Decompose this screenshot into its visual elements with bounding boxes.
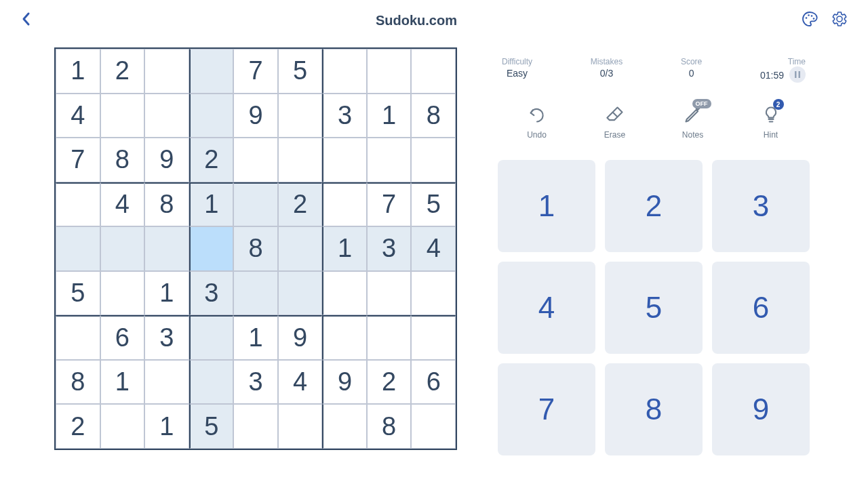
cell-r7-c2[interactable] [144, 360, 189, 405]
cell-r8-c5[interactable] [278, 404, 323, 449]
cell-r7-c4[interactable]: 3 [233, 360, 278, 405]
back-button[interactable] [20, 11, 31, 30]
cell-r6-c0[interactable] [56, 315, 100, 360]
score-value: 0 [681, 68, 702, 79]
undo-button[interactable]: Undo [507, 103, 568, 140]
cell-r6-c1[interactable]: 6 [100, 315, 145, 360]
cell-r1-c5[interactable] [278, 94, 323, 138]
cell-r6-c6[interactable] [322, 315, 367, 360]
cell-r1-c1[interactable] [100, 94, 145, 138]
cell-r2-c1[interactable]: 8 [100, 138, 145, 182]
numpad-9[interactable]: 9 [712, 363, 810, 455]
cell-r2-c3[interactable]: 2 [189, 138, 234, 182]
cell-r5-c4[interactable] [233, 271, 278, 316]
cell-r3-c8[interactable]: 5 [411, 182, 456, 227]
cell-r1-c7[interactable]: 1 [367, 94, 412, 138]
cell-r8-c6[interactable] [322, 404, 367, 449]
cell-r6-c2[interactable]: 3 [144, 315, 189, 360]
cell-r5-c7[interactable] [367, 271, 412, 316]
numpad-8[interactable]: 8 [605, 363, 703, 455]
cell-r4-c5[interactable] [278, 226, 323, 271]
cell-r5-c2[interactable]: 1 [144, 271, 189, 316]
cell-r1-c8[interactable]: 8 [411, 94, 456, 138]
cell-r5-c3[interactable]: 3 [189, 271, 234, 316]
cell-r8-c8[interactable] [411, 404, 456, 449]
cell-r6-c4[interactable]: 1 [233, 315, 278, 360]
cell-r3-c1[interactable]: 4 [100, 182, 145, 227]
cell-r0-c5[interactable]: 5 [278, 49, 323, 94]
cell-r6-c7[interactable] [367, 315, 412, 360]
pause-button[interactable] [789, 66, 806, 83]
cell-r7-c6[interactable]: 9 [322, 360, 367, 405]
cell-r8-c7[interactable]: 8 [367, 404, 412, 449]
cell-r7-c8[interactable]: 6 [411, 360, 456, 405]
cell-r4-c3[interactable] [189, 226, 234, 271]
cell-r1-c2[interactable] [144, 94, 189, 138]
cell-r2-c4[interactable] [233, 138, 278, 182]
numpad-7[interactable]: 7 [498, 363, 595, 455]
cell-r0-c7[interactable] [367, 49, 412, 94]
cell-r0-c3[interactable] [189, 49, 234, 94]
numpad-1[interactable]: 1 [498, 160, 595, 252]
cell-r3-c3[interactable]: 1 [189, 182, 234, 227]
cell-r3-c6[interactable] [322, 182, 367, 227]
cell-r2-c0[interactable]: 7 [56, 138, 100, 182]
cell-r5-c8[interactable] [411, 271, 456, 316]
erase-button[interactable]: Erase [585, 103, 646, 140]
numpad-6[interactable]: 6 [712, 262, 810, 354]
cell-r5-c6[interactable] [322, 271, 367, 316]
cell-r4-c2[interactable] [144, 226, 189, 271]
cell-r3-c2[interactable]: 8 [144, 182, 189, 227]
cell-r0-c1[interactable]: 2 [100, 49, 145, 94]
theme-button[interactable] [802, 11, 818, 30]
cell-r1-c0[interactable]: 4 [56, 94, 100, 138]
cell-r2-c6[interactable] [322, 138, 367, 182]
cell-r8-c3[interactable]: 5 [189, 404, 234, 449]
cell-r4-c4[interactable]: 8 [233, 226, 278, 271]
cell-r7-c1[interactable]: 1 [100, 360, 145, 405]
cell-r1-c6[interactable]: 3 [322, 94, 367, 138]
cell-r2-c7[interactable] [367, 138, 412, 182]
svg-point-1 [808, 14, 810, 16]
cell-r7-c7[interactable]: 2 [367, 360, 412, 405]
numpad-4[interactable]: 4 [498, 262, 595, 354]
cell-r6-c5[interactable]: 9 [278, 315, 323, 360]
cell-r1-c4[interactable]: 9 [233, 94, 278, 138]
cell-r8-c2[interactable]: 1 [144, 404, 189, 449]
cell-r2-c2[interactable]: 9 [144, 138, 189, 182]
settings-button[interactable] [831, 11, 848, 30]
cell-r3-c0[interactable] [56, 182, 100, 227]
cell-r0-c6[interactable] [322, 49, 367, 94]
cell-r7-c0[interactable]: 8 [56, 360, 100, 405]
cell-r8-c1[interactable] [100, 404, 145, 449]
cell-r3-c5[interactable]: 2 [278, 182, 323, 227]
cell-r6-c3[interactable] [189, 315, 234, 360]
cell-r0-c0[interactable]: 1 [56, 49, 100, 94]
cell-r3-c7[interactable]: 7 [367, 182, 412, 227]
cell-r4-c6[interactable]: 1 [322, 226, 367, 271]
cell-r1-c3[interactable] [189, 94, 234, 138]
cell-r6-c8[interactable] [411, 315, 456, 360]
cell-r5-c5[interactable] [278, 271, 323, 316]
cell-r8-c0[interactable]: 2 [56, 404, 100, 449]
cell-r4-c1[interactable] [100, 226, 145, 271]
cell-r0-c4[interactable]: 7 [233, 49, 278, 94]
numpad-3[interactable]: 3 [712, 160, 810, 252]
cell-r5-c1[interactable] [100, 271, 145, 316]
cell-r3-c4[interactable] [233, 182, 278, 227]
cell-r4-c7[interactable]: 3 [367, 226, 412, 271]
cell-r8-c4[interactable] [233, 404, 278, 449]
cell-r5-c0[interactable]: 5 [56, 271, 100, 316]
numpad-2[interactable]: 2 [605, 160, 703, 252]
cell-r2-c8[interactable] [411, 138, 456, 182]
cell-r7-c5[interactable]: 4 [278, 360, 323, 405]
numpad-5[interactable]: 5 [605, 262, 703, 354]
cell-r0-c2[interactable] [144, 49, 189, 94]
cell-r4-c0[interactable] [56, 226, 100, 271]
cell-r0-c8[interactable] [411, 49, 456, 94]
cell-r7-c3[interactable] [189, 360, 234, 405]
notes-button[interactable]: OFF Notes [663, 103, 724, 140]
cell-r2-c5[interactable] [278, 138, 323, 182]
hint-button[interactable]: 2 Hint [741, 103, 802, 140]
cell-r4-c8[interactable]: 4 [411, 226, 456, 271]
